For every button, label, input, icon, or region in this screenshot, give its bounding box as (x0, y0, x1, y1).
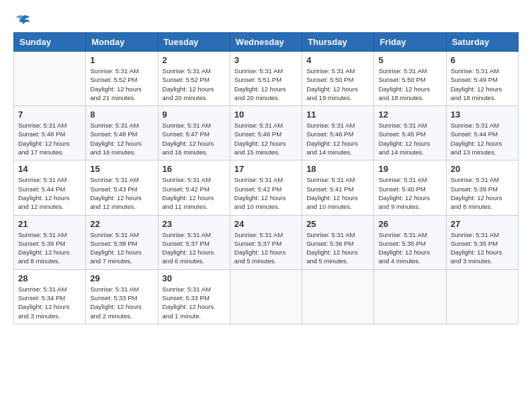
day-number: 25 (306, 219, 369, 229)
calendar-table: SundayMondayTuesdayWednesdayThursdayFrid… (13, 32, 519, 324)
day-number: 28 (18, 273, 81, 283)
cell-detail: Sunrise: 5:31 AM Sunset: 5:37 PM Dayligh… (234, 230, 298, 266)
day-number: 13 (451, 109, 514, 120)
cell-detail: Sunrise: 5:31 AM Sunset: 5:46 PM Dayligh… (306, 121, 369, 156)
calendar-cell: 30Sunrise: 5:31 AM Sunset: 5:33 PM Dayli… (158, 269, 230, 324)
logo (13, 13, 31, 27)
cell-detail: Sunrise: 5:31 AM Sunset: 5:33 PM Dayligh… (163, 285, 226, 320)
calendar-body: 1Sunrise: 5:31 AM Sunset: 5:52 PM Daylig… (14, 52, 519, 324)
calendar-cell: 11Sunrise: 5:31 AM Sunset: 5:46 PM Dayli… (302, 106, 374, 161)
day-number: 9 (163, 109, 226, 120)
weekday-saturday: Saturday (446, 33, 518, 52)
cell-detail: Sunrise: 5:31 AM Sunset: 5:41 PM Dayligh… (306, 175, 369, 211)
calendar-cell (14, 52, 86, 106)
day-number: 23 (163, 219, 226, 229)
cell-detail: Sunrise: 5:31 AM Sunset: 5:50 PM Dayligh… (306, 66, 369, 102)
week-row-1: 1Sunrise: 5:31 AM Sunset: 5:52 PM Daylig… (14, 52, 519, 106)
weekday-monday: Monday (86, 33, 158, 52)
calendar-cell: 6Sunrise: 5:31 AM Sunset: 5:49 PM Daylig… (446, 52, 518, 106)
cell-detail: Sunrise: 5:31 AM Sunset: 5:52 PM Dayligh… (90, 66, 153, 102)
week-row-3: 14Sunrise: 5:31 AM Sunset: 5:44 PM Dayli… (14, 161, 519, 215)
calendar-cell: 10Sunrise: 5:31 AM Sunset: 5:46 PM Dayli… (230, 106, 302, 161)
day-number: 4 (306, 55, 369, 65)
calendar-cell (374, 269, 446, 324)
cell-detail: Sunrise: 5:31 AM Sunset: 5:47 PM Dayligh… (163, 121, 226, 156)
cell-detail: Sunrise: 5:31 AM Sunset: 5:52 PM Dayligh… (163, 66, 226, 102)
day-number: 10 (234, 109, 298, 120)
cell-detail: Sunrise: 5:31 AM Sunset: 5:35 PM Dayligh… (378, 230, 441, 266)
weekday-tuesday: Tuesday (158, 33, 230, 52)
day-number: 21 (18, 219, 81, 229)
cell-detail: Sunrise: 5:31 AM Sunset: 5:40 PM Dayligh… (378, 175, 441, 211)
calendar-cell: 14Sunrise: 5:31 AM Sunset: 5:44 PM Dayli… (14, 161, 86, 215)
cell-detail: Sunrise: 5:31 AM Sunset: 5:39 PM Dayligh… (18, 230, 81, 266)
day-number: 12 (378, 109, 441, 120)
cell-detail: Sunrise: 5:31 AM Sunset: 5:42 PM Dayligh… (163, 175, 226, 211)
cell-detail: Sunrise: 5:31 AM Sunset: 5:48 PM Dayligh… (18, 121, 81, 156)
calendar-cell: 1Sunrise: 5:31 AM Sunset: 5:52 PM Daylig… (86, 52, 158, 106)
calendar-cell: 23Sunrise: 5:31 AM Sunset: 5:37 PM Dayli… (158, 215, 230, 269)
day-number: 2 (163, 55, 226, 65)
calendar-cell (302, 269, 374, 324)
cell-detail: Sunrise: 5:31 AM Sunset: 5:50 PM Dayligh… (378, 66, 441, 102)
cell-detail: Sunrise: 5:31 AM Sunset: 5:49 PM Dayligh… (451, 66, 514, 102)
calendar-cell: 24Sunrise: 5:31 AM Sunset: 5:37 PM Dayli… (230, 215, 302, 269)
day-number: 22 (90, 219, 153, 229)
week-row-2: 7Sunrise: 5:31 AM Sunset: 5:48 PM Daylig… (14, 106, 519, 161)
calendar-cell: 16Sunrise: 5:31 AM Sunset: 5:42 PM Dayli… (158, 161, 230, 215)
calendar-cell: 21Sunrise: 5:31 AM Sunset: 5:39 PM Dayli… (14, 215, 86, 269)
weekday-header-row: SundayMondayTuesdayWednesdayThursdayFrid… (14, 33, 519, 52)
cell-detail: Sunrise: 5:31 AM Sunset: 5:34 PM Dayligh… (18, 285, 81, 320)
cell-detail: Sunrise: 5:31 AM Sunset: 5:44 PM Dayligh… (18, 175, 81, 211)
cell-detail: Sunrise: 5:31 AM Sunset: 5:33 PM Dayligh… (90, 285, 153, 320)
calendar-cell: 3Sunrise: 5:31 AM Sunset: 5:51 PM Daylig… (230, 52, 302, 106)
calendar-cell: 15Sunrise: 5:31 AM Sunset: 5:43 PM Dayli… (86, 161, 158, 215)
calendar-cell: 8Sunrise: 5:31 AM Sunset: 5:48 PM Daylig… (86, 106, 158, 161)
day-number: 5 (378, 55, 441, 65)
day-number: 29 (90, 273, 153, 283)
calendar-cell: 28Sunrise: 5:31 AM Sunset: 5:34 PM Dayli… (14, 269, 86, 324)
calendar-cell: 27Sunrise: 5:31 AM Sunset: 5:35 PM Dayli… (446, 215, 518, 269)
cell-detail: Sunrise: 5:31 AM Sunset: 5:37 PM Dayligh… (163, 230, 226, 266)
calendar-cell: 20Sunrise: 5:31 AM Sunset: 5:39 PM Dayli… (446, 161, 518, 215)
cell-detail: Sunrise: 5:31 AM Sunset: 5:45 PM Dayligh… (378, 121, 441, 156)
day-number: 15 (90, 164, 153, 174)
day-number: 26 (378, 219, 441, 229)
day-number: 16 (163, 164, 226, 174)
calendar-cell: 19Sunrise: 5:31 AM Sunset: 5:40 PM Dayli… (374, 161, 446, 215)
week-row-5: 28Sunrise: 5:31 AM Sunset: 5:34 PM Dayli… (14, 269, 519, 324)
cell-detail: Sunrise: 5:31 AM Sunset: 5:44 PM Dayligh… (451, 121, 514, 156)
cell-detail: Sunrise: 5:31 AM Sunset: 5:42 PM Dayligh… (234, 175, 298, 211)
weekday-friday: Friday (374, 33, 446, 52)
day-number: 1 (90, 55, 153, 65)
calendar-cell (230, 269, 302, 324)
day-number: 19 (378, 164, 441, 174)
cell-detail: Sunrise: 5:31 AM Sunset: 5:35 PM Dayligh… (451, 230, 514, 266)
calendar-cell: 5Sunrise: 5:31 AM Sunset: 5:50 PM Daylig… (374, 52, 446, 106)
weekday-sunday: Sunday (14, 33, 86, 52)
cell-detail: Sunrise: 5:31 AM Sunset: 5:36 PM Dayligh… (306, 230, 369, 266)
day-number: 27 (451, 219, 514, 229)
day-number: 6 (451, 55, 514, 65)
calendar-cell: 22Sunrise: 5:31 AM Sunset: 5:38 PM Dayli… (86, 215, 158, 269)
calendar-cell (446, 269, 518, 324)
calendar-cell: 26Sunrise: 5:31 AM Sunset: 5:35 PM Dayli… (374, 215, 446, 269)
week-row-4: 21Sunrise: 5:31 AM Sunset: 5:39 PM Dayli… (14, 215, 519, 269)
day-number: 20 (451, 164, 514, 174)
calendar-cell: 25Sunrise: 5:31 AM Sunset: 5:36 PM Dayli… (302, 215, 374, 269)
calendar-cell: 29Sunrise: 5:31 AM Sunset: 5:33 PM Dayli… (86, 269, 158, 324)
calendar-cell: 18Sunrise: 5:31 AM Sunset: 5:41 PM Dayli… (302, 161, 374, 215)
day-number: 18 (306, 164, 369, 174)
calendar-cell: 7Sunrise: 5:31 AM Sunset: 5:48 PM Daylig… (14, 106, 86, 161)
calendar-cell: 12Sunrise: 5:31 AM Sunset: 5:45 PM Dayli… (374, 106, 446, 161)
logo-bird-icon (15, 13, 31, 30)
calendar-cell: 9Sunrise: 5:31 AM Sunset: 5:47 PM Daylig… (158, 106, 230, 161)
day-number: 17 (234, 164, 298, 174)
weekday-wednesday: Wednesday (230, 33, 302, 52)
calendar-cell: 2Sunrise: 5:31 AM Sunset: 5:52 PM Daylig… (158, 52, 230, 106)
day-number: 3 (234, 55, 298, 65)
cell-detail: Sunrise: 5:31 AM Sunset: 5:43 PM Dayligh… (90, 175, 153, 211)
weekday-thursday: Thursday (302, 33, 374, 52)
cell-detail: Sunrise: 5:31 AM Sunset: 5:48 PM Dayligh… (90, 121, 153, 156)
cell-detail: Sunrise: 5:31 AM Sunset: 5:38 PM Dayligh… (90, 230, 153, 266)
